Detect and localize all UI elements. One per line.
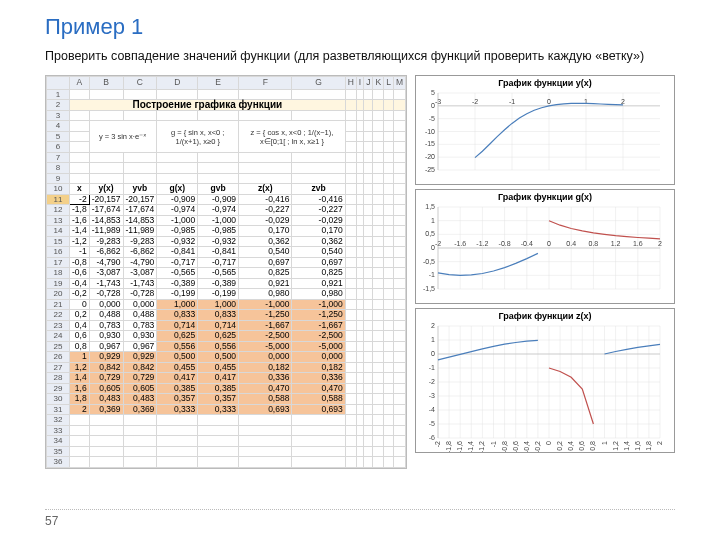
col-header[interactable]: I	[356, 76, 363, 89]
cell-y[interactable]: -4,790	[89, 257, 123, 268]
cell-y[interactable]: 0,783	[89, 320, 123, 331]
cell-z[interactable]: 0,000	[239, 352, 292, 363]
cell-z[interactable]: -0,029	[239, 215, 292, 226]
cell-z[interactable]: 0,336	[239, 373, 292, 384]
cell-x[interactable]: -1,8	[70, 205, 90, 216]
cell-y[interactable]: -9,283	[89, 236, 123, 247]
cell-yvb[interactable]: 0,967	[123, 341, 157, 352]
cell-gvb[interactable]: -0,974	[198, 205, 239, 216]
cell-zvb[interactable]: 0,170	[292, 226, 345, 237]
cell-z[interactable]: 0,693	[239, 404, 292, 415]
cell-y[interactable]: 0,930	[89, 331, 123, 342]
cell-z[interactable]: -1,667	[239, 320, 292, 331]
cell-gvb[interactable]: -0,932	[198, 236, 239, 247]
cell-x[interactable]: -0,4	[70, 278, 90, 289]
col-header[interactable]: F	[239, 76, 292, 89]
cell-z[interactable]: 0,540	[239, 247, 292, 258]
cell-zvb[interactable]: 0,000	[292, 352, 345, 363]
cell-g[interactable]: 0,417	[157, 373, 198, 384]
cell-x[interactable]: 0	[70, 299, 90, 310]
col-header[interactable]: D	[157, 76, 198, 89]
cell-yvb[interactable]: 0,605	[123, 383, 157, 394]
cell-zvb[interactable]: 0,693	[292, 404, 345, 415]
cell-g[interactable]: -0,199	[157, 289, 198, 300]
cell-yvb[interactable]: -3,087	[123, 268, 157, 279]
cell-gvb[interactable]: 0,417	[198, 373, 239, 384]
cell-g[interactable]: 0,385	[157, 383, 198, 394]
cell-g[interactable]: -0,841	[157, 247, 198, 258]
cell-zvb[interactable]: 0,336	[292, 373, 345, 384]
cell-zvb[interactable]: 0,980	[292, 289, 345, 300]
cell-gvb[interactable]: -0,389	[198, 278, 239, 289]
cell-y[interactable]: -6,862	[89, 247, 123, 258]
cell-zvb[interactable]: 0,470	[292, 383, 345, 394]
cell-gvb[interactable]: -0,909	[198, 194, 239, 205]
cell-zvb[interactable]: 0,697	[292, 257, 345, 268]
cell-y[interactable]: 0,842	[89, 362, 123, 373]
cell-z[interactable]: 0,825	[239, 268, 292, 279]
cell-y[interactable]: 0,488	[89, 310, 123, 321]
cell-x[interactable]: -2	[70, 194, 90, 205]
cell-z[interactable]: 0,697	[239, 257, 292, 268]
cell-g[interactable]: 0,556	[157, 341, 198, 352]
cell-zvb[interactable]: 0,362	[292, 236, 345, 247]
cell-z[interactable]: -1,000	[239, 299, 292, 310]
cell-z[interactable]: -0,416	[239, 194, 292, 205]
cell-y[interactable]: 0,605	[89, 383, 123, 394]
cell-g[interactable]: -0,974	[157, 205, 198, 216]
cell-z[interactable]: 0,170	[239, 226, 292, 237]
cell-g[interactable]: -0,985	[157, 226, 198, 237]
cell-y[interactable]: 0,369	[89, 404, 123, 415]
cell-x[interactable]: 0,4	[70, 320, 90, 331]
col-header[interactable]: K	[373, 76, 384, 89]
cell-yvb[interactable]: -11,989	[123, 226, 157, 237]
cell-yvb[interactable]: -14,853	[123, 215, 157, 226]
cell-gvb[interactable]: -0,841	[198, 247, 239, 258]
cell-yvb[interactable]: 0,930	[123, 331, 157, 342]
cell-gvb[interactable]: 0,385	[198, 383, 239, 394]
cell-gvb[interactable]: 0,357	[198, 394, 239, 405]
col-header[interactable]: A	[70, 76, 90, 89]
cell-g[interactable]: 0,455	[157, 362, 198, 373]
cell-gvb[interactable]: 0,556	[198, 341, 239, 352]
cell-x[interactable]: 0,2	[70, 310, 90, 321]
col-header[interactable]: C	[123, 76, 157, 89]
cell-z[interactable]: -0,227	[239, 205, 292, 216]
cell-zvb[interactable]: 0,921	[292, 278, 345, 289]
cell-x[interactable]: -0,2	[70, 289, 90, 300]
cell-zvb[interactable]: -1,000	[292, 299, 345, 310]
cell-gvb[interactable]: -0,717	[198, 257, 239, 268]
cell-x[interactable]: -0,6	[70, 268, 90, 279]
cell-zvb[interactable]: -5,000	[292, 341, 345, 352]
cell-yvb[interactable]: 0,842	[123, 362, 157, 373]
cell-y[interactable]: -20,157	[89, 194, 123, 205]
cell-x[interactable]: 2	[70, 404, 90, 415]
cell-x[interactable]: 0,6	[70, 331, 90, 342]
cell-z[interactable]: 0,980	[239, 289, 292, 300]
cell-y[interactable]: 0,483	[89, 394, 123, 405]
col-header[interactable]: L	[384, 76, 394, 89]
cell-g[interactable]: 0,833	[157, 310, 198, 321]
cell-yvb[interactable]: 0,729	[123, 373, 157, 384]
cell-z[interactable]: -2,500	[239, 331, 292, 342]
cell-x[interactable]: -0,8	[70, 257, 90, 268]
cell-y[interactable]: 0,929	[89, 352, 123, 363]
cell-g[interactable]: -0,389	[157, 278, 198, 289]
cell-zvb[interactable]: -2,500	[292, 331, 345, 342]
cell-gvb[interactable]: 0,714	[198, 320, 239, 331]
cell-x[interactable]: -1,4	[70, 226, 90, 237]
cell-y[interactable]: 0,967	[89, 341, 123, 352]
cell-yvb[interactable]: -4,790	[123, 257, 157, 268]
cell-yvb[interactable]: -17,674	[123, 205, 157, 216]
col-header[interactable]: B	[89, 76, 123, 89]
cell-g[interactable]: 1,000	[157, 299, 198, 310]
cell-yvb[interactable]: -0,728	[123, 289, 157, 300]
cell-z[interactable]: -5,000	[239, 341, 292, 352]
cell-yvb[interactable]: -9,283	[123, 236, 157, 247]
cell-gvb[interactable]: 0,500	[198, 352, 239, 363]
cell-zvb[interactable]: -1,250	[292, 310, 345, 321]
col-header[interactable]: M	[393, 76, 405, 89]
cell-yvb[interactable]: 0,929	[123, 352, 157, 363]
cell-yvb[interactable]: -20,157	[123, 194, 157, 205]
cell-y[interactable]: -0,728	[89, 289, 123, 300]
